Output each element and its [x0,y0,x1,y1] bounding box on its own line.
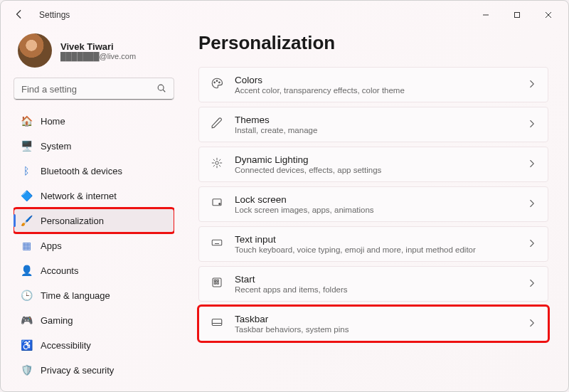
accessibility-icon: ♿ [21,339,32,351]
card-colors[interactable]: ColorsAccent color, transparency effects… [198,67,548,102]
sidebar-item-accounts[interactable]: 👤Accounts [14,258,174,282]
grid-icon [211,276,223,292]
search-box[interactable] [14,78,174,100]
svg-point-5 [216,80,218,82]
card-title: Themes [235,115,516,125]
window-controls [470,4,564,26]
minimize-button[interactable] [470,4,501,26]
card-text: Dynamic LightingConnected devices, effec… [235,154,516,174]
sidebar-item-label: Time & language [41,290,110,301]
home-icon: 🏠 [21,115,32,127]
card-text: TaskbarTaskbar behaviors, system pins [235,314,516,334]
card-text-input[interactable]: Text inputTouch keyboard, voice typing, … [198,226,548,262]
settings-window: Settings Vivek Tiwari ███████@live.com [0,0,569,392]
card-subtitle: Touch keyboard, voice typing, emoji and … [235,245,516,254]
svg-line-15 [213,165,215,166]
svg-rect-28 [214,282,216,284]
sidebar-item-apps[interactable]: ▦Apps [14,233,174,258]
bluetooth-icon: ᛒ [21,165,32,176]
card-text: StartRecent apps and items, folders [235,274,516,294]
card-title: Text input [235,234,516,245]
avatar [18,33,52,68]
sidebar-item-system[interactable]: 🖥️System [14,134,174,158]
card-dynamic-lighting[interactable]: Dynamic LightingConnected devices, effec… [198,147,548,182]
card-subtitle: Taskbar behaviors, system pins [235,325,516,334]
sidebar-item-label: Accounts [41,265,78,276]
gaming-icon: 🎮 [21,314,32,326]
sidebar-item-label: Bluetooth & devices [41,166,122,176]
card-themes[interactable]: ThemesInstall, create, manage [198,107,548,142]
profile-name: Vivek Tiwari [60,41,136,52]
lock-icon [211,196,223,212]
svg-rect-29 [217,282,218,284]
svg-line-12 [213,159,215,161]
card-subtitle: Lock screen images, apps, animations [235,206,516,214]
nav-list: 🏠Home🖥️SystemᛒBluetooth & devices🔷Networ… [14,109,174,384]
sidebar-item-label: System [41,141,71,152]
sidebar-item-label: Network & internet [41,191,117,201]
sidebar-item-gaming[interactable]: 🎮Gaming [14,308,174,332]
card-subtitle: Accent color, transparency effects, colo… [235,86,516,95]
sidebar-item-label: Home [41,116,65,127]
app-title: Settings [39,10,70,20]
sidebar-item-time[interactable]: 🕒Time & language [14,283,174,307]
page-title: Personalization [198,32,548,54]
search-input[interactable] [21,84,156,95]
maximize-button[interactable] [501,4,533,26]
spark-icon [211,157,223,172]
card-taskbar[interactable]: TaskbarTaskbar behaviors, system pins [198,306,548,341]
back-button[interactable] [11,9,28,21]
svg-rect-18 [212,240,222,245]
sidebar-item-bluetooth[interactable]: ᛒBluetooth & devices [14,159,174,183]
svg-line-14 [219,159,220,161]
svg-rect-27 [217,280,218,281]
time-icon: 🕒 [21,290,32,301]
sidebar-item-personalization[interactable]: 🖌️Personalization [14,208,174,233]
system-icon: 🖥️ [21,140,32,152]
network-icon: 🔷 [21,190,32,201]
taskbar-icon [211,316,223,332]
settings-card-list: ColorsAccent color, transparency effects… [198,67,548,341]
sidebar-item-home[interactable]: 🏠Home [14,109,174,133]
content-area: Vivek Tiwari ███████@live.com 🏠Home🖥️Sys… [1,29,568,391]
profile-block[interactable]: Vivek Tiwari ███████@live.com [14,29,174,78]
svg-line-3 [163,90,165,92]
sidebar-item-privacy[interactable]: 🛡️Privacy & security [14,358,174,382]
card-title: Lock screen [235,194,516,205]
card-lock-screen[interactable]: Lock screenLock screen images, apps, ani… [198,186,548,222]
chevron-right-icon [528,159,536,170]
sidebar-item-label: Accessibility [41,340,91,351]
svg-point-17 [219,203,220,205]
svg-point-4 [214,82,216,83]
card-subtitle: Connected devices, effects, app settings [235,166,516,174]
sidebar-item-accessibility[interactable]: ♿Accessibility [14,333,174,357]
sidebar-item-label: Privacy & security [41,365,114,376]
apps-icon: ▦ [21,240,32,251]
personalization-icon: 🖌️ [21,215,32,226]
card-subtitle: Install, create, manage [235,126,516,134]
svg-point-7 [216,161,219,165]
accounts-icon: 👤 [21,265,32,276]
search-icon [156,83,166,95]
card-subtitle: Recent apps and items, folders [235,285,516,294]
card-start[interactable]: StartRecent apps and items, folders [198,266,548,302]
card-text: ColorsAccent color, transparency effects… [235,75,516,95]
svg-line-13 [219,165,220,166]
chevron-right-icon [528,279,536,290]
svg-point-6 [219,82,220,83]
main-panel: Personalization ColorsAccent color, tran… [179,29,568,391]
svg-point-2 [158,85,164,90]
sidebar-item-label: Personalization [41,216,104,226]
sidebar-item-network[interactable]: 🔷Network & internet [14,184,174,208]
pen-icon [211,117,223,132]
palette-icon [211,77,223,92]
profile-email: ███████@live.com [60,52,136,60]
card-title: Start [235,274,516,285]
chevron-right-icon [528,239,536,250]
card-title: Dynamic Lighting [235,154,516,165]
svg-rect-26 [214,280,216,281]
sidebar: Vivek Tiwari ███████@live.com 🏠Home🖥️Sys… [1,29,179,391]
svg-rect-1 [515,13,520,18]
close-button[interactable] [533,4,564,26]
keyboard-icon [211,236,223,252]
